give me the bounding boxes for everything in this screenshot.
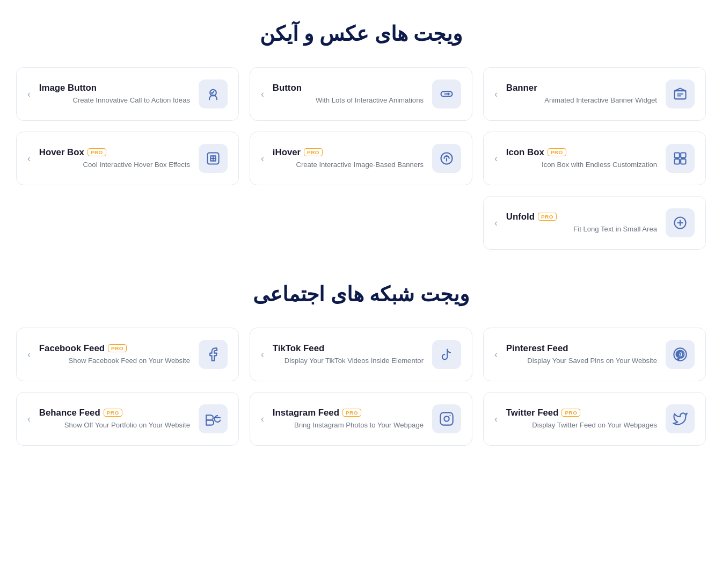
pro-badge: PRO — [342, 409, 361, 417]
section-image-icon: ویجت های عکس و آیکن BannerAnimated Inter… — [16, 21, 706, 250]
card-description: Display Your Saved Pins on Your Website — [506, 356, 657, 366]
card-title: Facebook FeedPRO — [39, 343, 190, 354]
card-button[interactable]: ButtonWith Lots of Interactive Animation… — [250, 67, 472, 121]
svg-rect-0 — [675, 91, 686, 99]
card-description: With Lots of Interactive Animations — [273, 96, 424, 105]
card-description: Animated Interactive Banner Widget — [506, 96, 657, 105]
svg-point-12 — [446, 156, 447, 157]
card-title: Hover BoxPRO — [39, 147, 190, 158]
card-content: Hover BoxPROCool Interactive Hover Box E… — [39, 147, 190, 170]
ihover-icon — [432, 144, 461, 173]
card-content: Twitter FeedPRODisplay Twitter Feed on Y… — [506, 408, 657, 430]
card-arrow-icon: › — [261, 89, 264, 100]
pro-badge: PRO — [304, 148, 323, 156]
hover-box-icon — [199, 144, 228, 173]
card-title: Image Button — [39, 83, 190, 93]
card-title: Twitter FeedPRO — [506, 408, 657, 418]
card-description: Fit Long Text in Small Area — [506, 224, 657, 234]
card-title: TikTok Feed — [273, 343, 424, 354]
pro-badge: PRO — [87, 148, 106, 156]
card-arrow-icon: › — [27, 153, 31, 164]
card-tiktok-feed[interactable]: TikTok FeedDisplay Your TikTok Videos In… — [250, 328, 472, 381]
card-title: Banner — [506, 83, 657, 93]
section2-title: ویجت شبکه های اجتماعی — [16, 282, 706, 306]
pro-badge: PRO — [561, 409, 580, 417]
card-content: TikTok FeedDisplay Your TikTok Videos In… — [273, 343, 424, 366]
behance-icon — [199, 404, 228, 433]
card-content: ButtonWith Lots of Interactive Animation… — [273, 83, 424, 105]
svg-rect-17 — [440, 412, 453, 425]
card-description: Display Your TikTok Videos Inside Elemen… — [273, 356, 424, 366]
card-content: Facebook FeedPROShow Facebook Feed on Yo… — [39, 343, 190, 366]
pro-badge: PRO — [548, 148, 566, 156]
card-content: Icon BoxPROIcon Box with Endless Customi… — [506, 147, 657, 170]
card-description: Display Twitter Feed on Your Webpages — [506, 420, 657, 430]
card-arrow-icon: › — [261, 349, 264, 360]
card-behance-feed[interactable]: Behance FeedPROShow Off Your Portfolio o… — [16, 392, 239, 446]
icon-box-icon — [666, 144, 695, 173]
card-description: Show Off Your Portfolio on Your Website — [39, 420, 190, 430]
card-facebook-feed[interactable]: Facebook FeedPROShow Facebook Feed on Yo… — [16, 328, 239, 381]
tiktok-icon — [432, 340, 461, 369]
card-arrow-icon: › — [494, 89, 498, 100]
card-banner[interactable]: BannerAnimated Interactive Banner Widget… — [483, 67, 706, 121]
svg-rect-7 — [681, 153, 685, 158]
instagram-icon — [432, 404, 461, 433]
card-title: iHoverPRO — [273, 147, 424, 158]
banner-icon — [666, 79, 695, 108]
svg-rect-8 — [675, 159, 680, 164]
card-description: Create Interactive Image-Based Banners — [273, 160, 424, 170]
card-twitter-feed[interactable]: Twitter FeedPRODisplay Twitter Feed on Y… — [483, 392, 706, 446]
section-social: ویجت شبکه های اجتماعی Pinterest FeedDisp… — [16, 282, 706, 446]
facebook-icon — [199, 340, 228, 369]
card-title: UnfoldPRO — [506, 212, 657, 222]
card-title: Button — [273, 83, 424, 93]
pro-badge: PRO — [538, 213, 557, 221]
card-icon-box[interactable]: Icon BoxPROIcon Box with Endless Customi… — [483, 132, 706, 185]
card-arrow-icon: › — [494, 217, 498, 229]
card-description: Show Facebook Feed on Your Website — [39, 356, 190, 366]
svg-rect-9 — [681, 159, 685, 164]
page-wrapper: ویجت های عکس و آیکن BannerAnimated Inter… — [0, 0, 722, 478]
svg-rect-6 — [675, 153, 680, 158]
card-arrow-icon: › — [261, 153, 264, 164]
svg-point-4 — [448, 93, 449, 95]
section2-grid: Pinterest FeedDisplay Your Saved Pins on… — [16, 328, 706, 446]
section1-grid: BannerAnimated Interactive Banner Widget… — [16, 67, 706, 250]
card-description: Cool Interactive Hover Box Effects — [39, 160, 190, 170]
card-title: Behance FeedPRO — [39, 408, 190, 418]
section1-title: ویجت های عکس و آیکن — [16, 21, 706, 46]
card-description: Bring Instagram Photos to Your Webpage — [273, 420, 424, 430]
card-title: Pinterest Feed — [506, 343, 657, 354]
card-content: UnfoldPROFit Long Text in Small Area — [506, 212, 657, 234]
card-content: iHoverPROCreate Interactive Image-Based … — [273, 147, 424, 170]
card-title: Instagram FeedPRO — [273, 408, 424, 418]
card-image-button[interactable]: Image ButtonCreate Innovative Call to Ac… — [16, 67, 239, 121]
card-content: Instagram FeedPROBring Instagram Photos … — [273, 408, 424, 430]
pro-badge: PRO — [108, 344, 127, 352]
card-instagram-feed[interactable]: Instagram FeedPROBring Instagram Photos … — [250, 392, 472, 446]
pro-badge: PRO — [104, 409, 122, 417]
card-content: Behance FeedPROShow Off Your Portfolio o… — [39, 408, 190, 430]
card-content: Pinterest FeedDisplay Your Saved Pins on… — [506, 343, 657, 366]
card-arrow-icon: › — [494, 413, 498, 425]
card-arrow-icon: › — [494, 349, 498, 360]
unfold-icon — [666, 208, 695, 237]
card-content: BannerAnimated Interactive Banner Widget — [506, 83, 657, 105]
card-arrow-icon: › — [27, 349, 31, 360]
card-unfold[interactable]: UnfoldPROFit Long Text in Small Area› — [483, 196, 706, 250]
pinterest-icon — [666, 340, 695, 369]
card-ihover[interactable]: iHoverPROCreate Interactive Image-Based … — [250, 132, 472, 185]
card-arrow-icon: › — [261, 413, 264, 425]
button-icon — [432, 79, 461, 108]
card-arrow-icon: › — [494, 153, 498, 164]
card-hover-box[interactable]: Hover BoxPROCool Interactive Hover Box E… — [16, 132, 239, 185]
card-arrow-icon: › — [27, 89, 31, 100]
card-arrow-icon: › — [27, 413, 31, 425]
card-content: Image ButtonCreate Innovative Call to Ac… — [39, 83, 190, 105]
card-title: Icon BoxPRO — [506, 147, 657, 158]
card-description: Icon Box with Endless Customization — [506, 160, 657, 170]
card-description: Create Innovative Call to Action Ideas — [39, 96, 190, 105]
card-pinterest-feed[interactable]: Pinterest FeedDisplay Your Saved Pins on… — [483, 328, 706, 381]
image-button-icon — [199, 79, 228, 108]
